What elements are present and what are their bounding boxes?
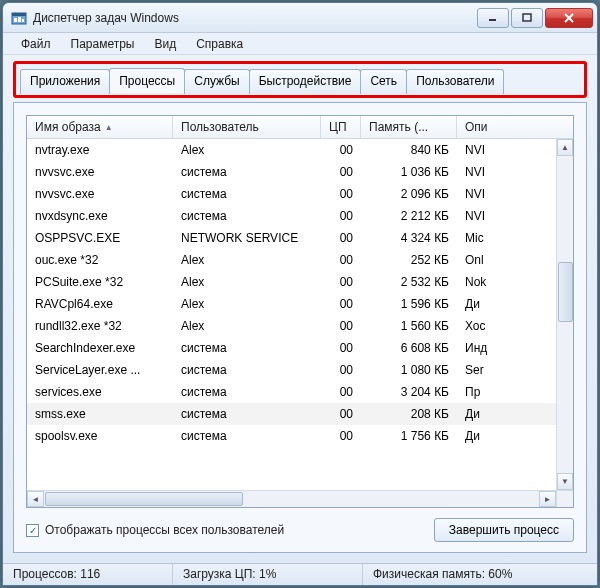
scroll-down-arrow-icon[interactable]: ▼ [557,473,573,490]
table-header: Имя образа▲ Пользователь ЦП Память (... … [27,116,573,139]
svg-rect-3 [18,17,21,22]
cell: система [173,165,321,179]
cell: NVI [457,165,501,179]
cell: 00 [321,429,361,443]
table-row[interactable]: services.exeсистема003 204 КБПр [27,381,573,403]
cell: 00 [321,143,361,157]
cell: 208 КБ [361,407,457,421]
tab-networking[interactable]: Сеть [360,69,407,94]
table-row[interactable]: SearchIndexer.exeсистема006 608 КБИнд [27,337,573,359]
cell: nvvsvc.exe [27,165,173,179]
cell: Alex [173,275,321,289]
cell: NVI [457,209,501,223]
menu-help[interactable]: Справка [186,34,253,54]
cell: система [173,209,321,223]
cell: smss.exe [27,407,173,421]
table-row[interactable]: nvxdsync.exeсистема002 212 КБNVI [27,205,573,227]
menu-view[interactable]: Вид [144,34,186,54]
cell: Mic [457,231,501,245]
cell: 2 212 КБ [361,209,457,223]
tab-performance[interactable]: Быстродействие [249,69,362,94]
menubar: Файл Параметры Вид Справка [3,33,597,55]
show-all-users-checkbox[interactable]: ✓ Отображать процессы всех пользователей [26,523,284,537]
cell: Alex [173,319,321,333]
menu-file[interactable]: Файл [11,34,61,54]
status-cpu: Загрузка ЦП: 1% [173,564,363,585]
table-row[interactable]: nvtray.exeAlex00840 КБNVI [27,139,573,161]
cell: 2 096 КБ [361,187,457,201]
end-process-button[interactable]: Завершить процесс [434,518,574,542]
highlight-frame: Приложения Процессы Службы Быстродействи… [13,61,587,98]
cell: 00 [321,319,361,333]
cell: 00 [321,253,361,267]
cell: 00 [321,297,361,311]
cell: nvvsvc.exe [27,187,173,201]
cell: 00 [321,385,361,399]
table-row[interactable]: OSPPSVC.EXENETWORK SERVICE004 324 КБMic [27,227,573,249]
cell: spoolsv.exe [27,429,173,443]
col-cpu[interactable]: ЦП [321,116,361,138]
close-button[interactable] [545,8,593,28]
table-row[interactable]: smss.exeсистема00208 КБДи [27,403,573,425]
cell: система [173,429,321,443]
cell: nvtray.exe [27,143,173,157]
col-description[interactable]: Опи [457,116,501,138]
cell: OSPPSVC.EXE [27,231,173,245]
table-body[interactable]: nvtray.exeAlex00840 КБNVInvvsvc.exeсисте… [27,139,573,507]
tab-processes[interactable]: Процессы [109,68,185,93]
cell: 252 КБ [361,253,457,267]
scroll-right-arrow-icon[interactable]: ► [539,491,556,507]
minimize-button[interactable] [477,8,509,28]
table-row[interactable]: RAVCpl64.exeAlex001 596 КБДи [27,293,573,315]
cell: Пр [457,385,501,399]
table-row[interactable]: nvvsvc.exeсистема002 096 КБNVI [27,183,573,205]
cell: Инд [457,341,501,355]
status-memory: Физическая память: 60% [363,564,597,585]
cell: 00 [321,341,361,355]
cell: 1 596 КБ [361,297,457,311]
menu-options[interactable]: Параметры [61,34,145,54]
col-image-name[interactable]: Имя образа▲ [27,116,173,138]
cell: 00 [321,187,361,201]
cell: 2 532 КБ [361,275,457,289]
cell: RAVCpl64.exe [27,297,173,311]
cell: Ди [457,407,501,421]
table-row[interactable]: ouc.exe *32Alex00252 КБOnl [27,249,573,271]
cell: ServiceLayer.exe ... [27,363,173,377]
scroll-left-arrow-icon[interactable]: ◄ [27,491,44,507]
tab-applications[interactable]: Приложения [20,69,110,94]
cell: 00 [321,231,361,245]
titlebar[interactable]: Диспетчер задач Windows [3,3,597,33]
cell: 1 756 КБ [361,429,457,443]
vertical-scroll-thumb[interactable] [558,262,573,322]
cell: NVI [457,143,501,157]
panel-footer: ✓ Отображать процессы всех пользователей… [26,518,574,542]
table-row[interactable]: rundll32.exe *32Alex001 560 КБХос [27,315,573,337]
window-title: Диспетчер задач Windows [33,11,475,25]
cell: PCSuite.exe *32 [27,275,173,289]
col-user[interactable]: Пользователь [173,116,321,138]
col-memory[interactable]: Память (... [361,116,457,138]
cell: система [173,341,321,355]
table-row[interactable]: nvvsvc.exeсистема001 036 КБNVI [27,161,573,183]
table-row[interactable]: PCSuite.exe *32Alex002 532 КБNok [27,271,573,293]
maximize-button[interactable] [511,8,543,28]
cell: SearchIndexer.exe [27,341,173,355]
tab-services[interactable]: Службы [184,69,249,94]
cell: NETWORK SERVICE [173,231,321,245]
cell: Nok [457,275,501,289]
scroll-up-arrow-icon[interactable]: ▲ [557,139,573,156]
cell: 00 [321,275,361,289]
cell: Alex [173,297,321,311]
show-all-users-label: Отображать процессы всех пользователей [45,523,284,537]
horizontal-scrollbar[interactable]: ◄ ► [27,490,556,507]
table-row[interactable]: ServiceLayer.exe ...система001 080 КБSer [27,359,573,381]
cell: 840 КБ [361,143,457,157]
task-manager-window: Диспетчер задач Windows Файл Параметры В… [2,2,598,586]
horizontal-scroll-thumb[interactable] [45,492,243,506]
statusbar: Процессов: 116 Загрузка ЦП: 1% Физическа… [3,563,597,585]
table-row[interactable]: spoolsv.exeсистема001 756 КБДи [27,425,573,447]
cell: 6 608 КБ [361,341,457,355]
tab-users[interactable]: Пользователи [406,69,504,94]
vertical-scrollbar[interactable]: ▲ ▼ [556,139,573,490]
